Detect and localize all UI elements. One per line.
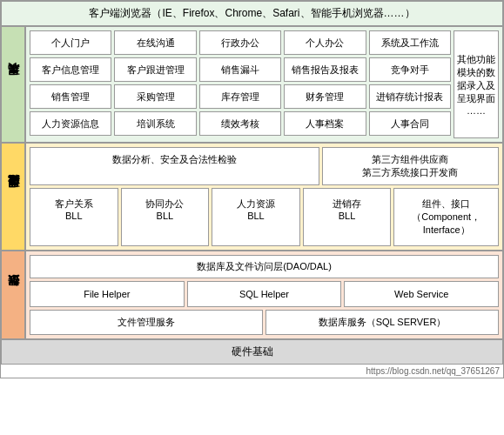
data-service-row: 文件管理服务 数据库服务（SQL SERVER） [30, 310, 499, 335]
data-db-service: 数据库服务（SQL SERVER） [265, 310, 499, 335]
biz-top-row: 数据分析、安全及合法性检验 第三方组件供应商第三方系统接口开发商 [30, 147, 499, 185]
business-layer-label: 业务逻辑处理层 [1, 143, 25, 251]
url-bar: https://blog.csdn.net/qq_37651267 [1, 365, 503, 378]
cell-online-comm: 在线沟通 [114, 30, 196, 55]
presentation-layer-label: 表现层 [1, 26, 25, 143]
cell-personnel-file: 人事档案 [284, 111, 366, 136]
data-dao: 数据库及文件访问层(DAO/DAL) [30, 255, 499, 278]
biz-bottom-row: 客户关系BLL 协同办公BLL 人力资源BLL 进销存BLL 组件、接口（Com… [30, 188, 499, 246]
browser-bar: 客户端浏览器（IE、Firefox、Chrome、Safari、智能手机浏览器…… [1, 1, 503, 26]
cell-inventory-mgmt: 库存管理 [199, 84, 281, 109]
cell-sys-workflow: 系统及工作流 [369, 30, 451, 55]
cell-sales-funnel: 销售漏斗 [199, 57, 281, 82]
cell-training: 培训系统 [114, 111, 196, 136]
cell-sales-report: 销售报告及报表 [284, 57, 366, 82]
pres-row-1: 个人门户 在线沟通 行政办公 个人办公 系统及工作流 [30, 30, 451, 55]
pres-row-2: 客户信息管理 客户跟进管理 销售漏斗 销售报告及报表 竞争对手 [30, 57, 451, 82]
cell-finance-mgmt: 财务管理 [284, 84, 366, 109]
cell-performance: 绩效考核 [199, 111, 281, 136]
biz-data-analysis: 数据分析、安全及合法性检验 [30, 147, 319, 185]
biz-hr-bll: 人力资源BLL [212, 188, 300, 246]
url-text: https://blog.csdn.net/qq_37651267 [366, 366, 500, 376]
pres-outer: 个人门户 在线沟通 行政办公 个人办公 系统及工作流 客户信息管理 客户跟进管理… [30, 30, 499, 138]
data-layer: 数据层 数据库及文件访问层(DAO/DAL) File Helper SQL H… [1, 251, 503, 339]
cell-hr-info: 人力资源信息 [30, 111, 111, 136]
cell-purchase-mgmt: 采购管理 [114, 84, 196, 109]
presentation-layer: 表现层 个人门户 在线沟通 行政办公 个人办公 系统及工作流 客户信息管理 客户… [1, 26, 503, 143]
business-layer: 业务逻辑处理层 数据分析、安全及合法性检验 第三方组件供应商第三方系统接口开发商… [1, 143, 503, 251]
cell-personal-portal: 个人门户 [30, 30, 111, 55]
cell-sales-mgmt: 销售管理 [30, 84, 111, 109]
biz-crm-bll: 客户关系BLL [30, 188, 118, 246]
cell-competition: 竞争对手 [369, 57, 451, 82]
cell-personnel-contract: 人事合同 [369, 111, 451, 136]
hardware-bar: 硬件基础 [1, 339, 503, 365]
data-layer-content: 数据库及文件访问层(DAO/DAL) File Helper SQL Helpe… [25, 251, 503, 339]
cell-customer-follow: 客户跟进管理 [114, 57, 196, 82]
data-layer-label: 数据层 [1, 251, 25, 339]
cell-personal-office: 个人办公 [284, 30, 366, 55]
biz-component: 组件、接口（Component，Interface） [393, 188, 499, 246]
biz-top-left-text: 数据分析、安全及合法性检验 [112, 154, 237, 164]
pres-row-4: 人力资源信息 培训系统 绩效考核 人事档案 人事合同 [30, 111, 451, 136]
biz-third-party: 第三方组件供应商第三方系统接口开发商 [322, 147, 500, 185]
cell-inventory-report: 进销存统计报表 [369, 84, 451, 109]
data-web-service: Web Service [344, 281, 499, 307]
pres-row-3: 销售管理 采购管理 库存管理 财务管理 进销存统计报表 [30, 84, 451, 109]
hardware-bar-text: 硬件基础 [232, 345, 273, 358]
biz-inventory-bll: 进销存BLL [303, 188, 392, 246]
pres-right-special: 其他功能模块的数据录入及呈现界面…… [454, 30, 499, 138]
browser-bar-text: 客户端浏览器（IE、Firefox、Chrome、Safari、智能手机浏览器…… [89, 7, 414, 19]
data-file-helper: File Helper [30, 281, 185, 307]
data-helper-row: File Helper SQL Helper Web Service [30, 281, 499, 307]
pres-main-grid: 个人门户 在线沟通 行政办公 个人办公 系统及工作流 客户信息管理 客户跟进管理… [30, 30, 451, 138]
business-layer-content: 数据分析、安全及合法性检验 第三方组件供应商第三方系统接口开发商 客户关系BLL… [25, 143, 503, 251]
cell-customer-info: 客户信息管理 [30, 57, 111, 82]
architecture-diagram: 客户端浏览器（IE、Firefox、Chrome、Safari、智能手机浏览器…… [0, 0, 504, 378]
data-file-service: 文件管理服务 [30, 310, 263, 335]
data-dao-text: 数据库及文件访问层(DAO/DAL) [197, 261, 332, 271]
presentation-layer-content: 个人门户 在线沟通 行政办公 个人办公 系统及工作流 客户信息管理 客户跟进管理… [25, 26, 503, 143]
cell-admin-office: 行政办公 [199, 30, 281, 55]
biz-collab-bll: 协同办公BLL [121, 188, 210, 246]
data-sql-helper: SQL Helper [187, 281, 342, 307]
